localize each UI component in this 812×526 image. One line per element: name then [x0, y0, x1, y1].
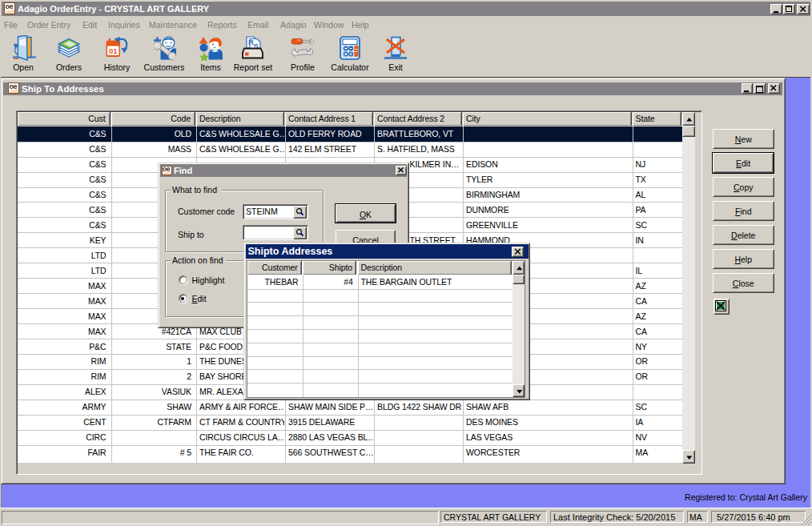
svg-text:01: 01: [109, 46, 118, 55]
